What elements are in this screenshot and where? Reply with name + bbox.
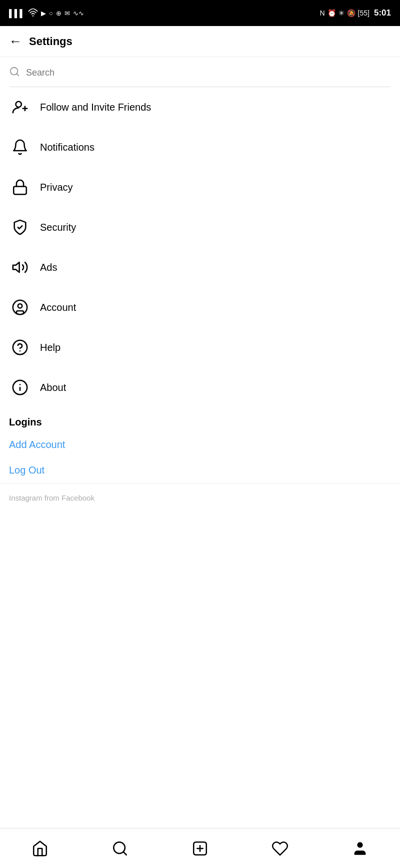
shield-icon xyxy=(9,216,31,238)
lock-icon xyxy=(9,176,31,198)
heart-icon xyxy=(272,840,288,857)
help-icon xyxy=(9,336,31,358)
nav-profile[interactable] xyxy=(345,833,375,863)
menu-item-help[interactable]: Help xyxy=(0,327,400,367)
status-left: ▌▌▌ ▶ ○ ⊕ ✉ ∿∿ xyxy=(9,9,84,18)
svg-line-16 xyxy=(124,851,126,854)
bluetooth-icon: ✳ xyxy=(338,9,344,17)
svg-point-8 xyxy=(13,300,27,314)
basketball-icon: ⊕ xyxy=(56,10,62,17)
battery-icon: [55] xyxy=(358,9,370,17)
profile-icon xyxy=(352,840,368,857)
ads-icon xyxy=(9,256,31,278)
menu-item-notifications[interactable]: Notifications xyxy=(0,127,400,167)
wifi-icon xyxy=(28,9,38,18)
follow-icon xyxy=(9,96,31,118)
ads-label: Ads xyxy=(40,262,57,273)
menu-item-ads[interactable]: Ads xyxy=(0,247,400,287)
logins-section-header: Logins xyxy=(0,407,400,432)
status-right: N ⏰ ✳ 🔕 [55] 5:01 xyxy=(320,8,391,18)
status-time: 5:01 xyxy=(374,8,391,18)
nav-home[interactable] xyxy=(25,833,55,863)
search-nav-icon xyxy=(112,840,128,857)
settings-menu: Follow and Invite Friends Notifications … xyxy=(0,87,400,407)
security-label: Security xyxy=(40,222,76,233)
add-account-link[interactable]: Add Account xyxy=(0,432,400,458)
svg-rect-6 xyxy=(14,187,26,195)
nav-activity[interactable] xyxy=(265,833,295,863)
nav-add[interactable] xyxy=(185,833,215,863)
alarm-icon: ⏰ xyxy=(328,9,336,17)
mail-icon: ✉ xyxy=(64,10,70,17)
home-icon xyxy=(32,840,48,857)
circle-icon: ○ xyxy=(49,10,53,17)
svg-marker-7 xyxy=(13,262,20,272)
search-box xyxy=(9,66,391,87)
menu-item-security[interactable]: Security xyxy=(0,207,400,247)
svg-point-3 xyxy=(16,102,22,107)
page-title: Settings xyxy=(29,35,72,48)
nav-search[interactable] xyxy=(105,833,135,863)
menu-item-follow[interactable]: Follow and Invite Friends xyxy=(0,87,400,127)
follow-label: Follow and Invite Friends xyxy=(40,102,151,113)
back-button[interactable]: ← xyxy=(9,34,22,49)
status-bar: ▌▌▌ ▶ ○ ⊕ ✉ ∿∿ N ⏰ ✳ 🔕 [55] 5:01 xyxy=(0,0,400,26)
search-container xyxy=(0,57,400,87)
nfc-icon: N xyxy=(320,9,324,17)
add-icon xyxy=(192,840,208,857)
bottom-nav xyxy=(0,828,400,868)
help-label: Help xyxy=(40,342,60,353)
about-icon xyxy=(9,376,31,398)
about-label: About xyxy=(40,382,66,393)
menu-item-about[interactable]: About xyxy=(0,367,400,407)
privacy-label: Privacy xyxy=(40,182,73,193)
signal-icon: ▌▌▌ xyxy=(9,9,25,18)
account-icon xyxy=(9,296,31,318)
svg-point-20 xyxy=(357,842,362,847)
youtube-icon: ▶ xyxy=(41,10,46,17)
menu-item-privacy[interactable]: Privacy xyxy=(0,167,400,207)
footer-text: Instagram from Facebook xyxy=(0,483,400,512)
search-icon xyxy=(9,66,20,80)
search-input[interactable] xyxy=(26,68,391,78)
svg-line-2 xyxy=(16,74,18,76)
svg-point-9 xyxy=(18,304,22,308)
account-label: Account xyxy=(40,302,76,313)
bell-icon xyxy=(9,136,31,158)
notifications-label: Notifications xyxy=(40,142,94,153)
content-area: Follow and Invite Friends Notifications … xyxy=(0,57,400,552)
menu-item-account[interactable]: Account xyxy=(0,287,400,327)
mute-icon: 🔕 xyxy=(347,9,356,17)
log-out-link[interactable]: Log Out xyxy=(0,458,400,483)
voicemail-icon: ∿∿ xyxy=(73,10,84,17)
page-header: ← Settings xyxy=(0,26,400,57)
svg-point-0 xyxy=(32,15,34,17)
svg-point-10 xyxy=(13,340,27,354)
